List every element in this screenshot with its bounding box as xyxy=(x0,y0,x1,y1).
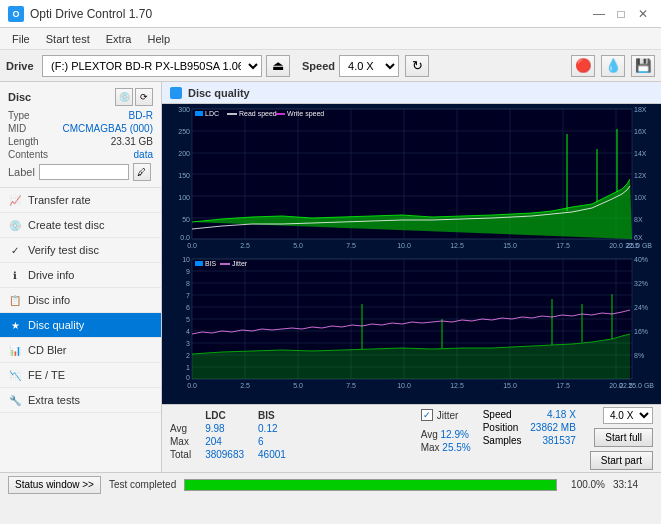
svg-text:200: 200 xyxy=(178,150,190,157)
progress-bar-fill xyxy=(185,480,556,490)
drive-toolbar: Drive (F:) PLEXTOR BD-R PX-LB950SA 1.06 … xyxy=(0,50,661,82)
cd-bler-icon: 📊 xyxy=(8,343,22,357)
menu-start-test[interactable]: Start test xyxy=(38,31,98,47)
col-header-ldc: LDC xyxy=(203,409,256,422)
svg-text:4: 4 xyxy=(186,328,190,335)
nav-label-disc-info: Disc info xyxy=(28,294,70,306)
disc-panel-title: Disc xyxy=(8,91,31,103)
jitter-max-label: Max xyxy=(421,442,443,453)
stats-row-max: Max 204 6 xyxy=(168,435,298,448)
svg-text:17.5: 17.5 xyxy=(556,382,570,389)
svg-text:14X: 14X xyxy=(634,150,647,157)
stats-avg-ldc: 9.98 xyxy=(203,422,256,435)
stats-max-bis: 6 xyxy=(256,435,298,448)
length-label: Length xyxy=(8,136,39,147)
disc-quality-header: Disc quality xyxy=(162,82,661,104)
window-controls: — □ ✕ xyxy=(589,4,653,24)
drive-select[interactable]: (F:) PLEXTOR BD-R PX-LB950SA 1.06 xyxy=(42,55,262,77)
minimize-button[interactable]: — xyxy=(589,4,609,24)
svg-text:2.5: 2.5 xyxy=(240,242,250,249)
svg-text:17.5: 17.5 xyxy=(556,242,570,249)
disc-label-input[interactable] xyxy=(39,164,129,180)
type-value: BD-R xyxy=(129,110,153,121)
burn-button[interactable]: 🔴 xyxy=(571,55,595,77)
svg-text:12X: 12X xyxy=(634,172,647,179)
menu-extra[interactable]: Extra xyxy=(98,31,140,47)
save-button[interactable]: 💾 xyxy=(631,55,655,77)
menu-bar: File Start test Extra Help xyxy=(0,28,661,50)
mid-label: MID xyxy=(8,123,26,134)
disc-button-2[interactable]: ⟳ xyxy=(135,88,153,106)
disc-quality-icon: ★ xyxy=(8,318,22,332)
progress-percentage: 100.0% xyxy=(565,479,605,490)
svg-rect-103 xyxy=(195,261,203,266)
position-label: Position xyxy=(483,422,519,433)
svg-text:40%: 40% xyxy=(634,256,648,263)
sidebar-item-drive-info[interactable]: ℹ Drive info xyxy=(0,263,161,288)
sidebar-item-transfer-rate[interactable]: 📈 Transfer rate xyxy=(0,188,161,213)
erase-button[interactable]: 💧 xyxy=(601,55,625,77)
speed-position-info: Speed 4.18 X Position 23862 MB Samples 3… xyxy=(477,405,582,472)
status-window-button[interactable]: Status window >> xyxy=(8,476,101,494)
type-label: Type xyxy=(8,110,30,121)
sidebar-item-fe-te[interactable]: 📉 FE / TE xyxy=(0,363,161,388)
title-bar: O Opti Drive Control 1.70 — □ ✕ xyxy=(0,0,661,28)
speed-select-stats[interactable]: 4.0 X xyxy=(603,407,653,424)
start-part-button[interactable]: Start part xyxy=(590,451,653,470)
sidebar-item-disc-info[interactable]: 📋 Disc info xyxy=(0,288,161,313)
svg-text:8: 8 xyxy=(186,280,190,287)
stats-total-label: Total xyxy=(168,448,203,461)
eject-button[interactable]: ⏏ xyxy=(266,55,290,77)
nav-label-drive-info: Drive info xyxy=(28,269,74,281)
sidebar-item-create-test-disc[interactable]: 💿 Create test disc xyxy=(0,213,161,238)
length-value: 23.31 GB xyxy=(111,136,153,147)
disc-label-button[interactable]: 🖊 xyxy=(133,163,151,181)
col-header-empty xyxy=(168,409,203,422)
svg-text:300: 300 xyxy=(178,106,190,113)
svg-text:1: 1 xyxy=(186,364,190,371)
menu-file[interactable]: File xyxy=(4,31,38,47)
jitter-checkbox[interactable]: ✓ xyxy=(421,409,433,421)
stats-table: LDC BIS Avg 9.98 0.12 Max 204 xyxy=(162,405,415,472)
disc-button-1[interactable]: 💿 xyxy=(115,88,133,106)
disc-label-label: Label xyxy=(8,166,35,178)
stats-avg-label: Avg xyxy=(168,422,203,435)
close-button[interactable]: ✕ xyxy=(633,4,653,24)
svg-text:2.5: 2.5 xyxy=(240,382,250,389)
stats-total-bis: 46001 xyxy=(256,448,298,461)
sidebar: Disc 💿 ⟳ Type BD-R MID CMCMAGBA5 (000) L… xyxy=(0,82,162,472)
stats-total-ldc: 3809683 xyxy=(203,448,256,461)
fe-te-icon: 📉 xyxy=(8,368,22,382)
stats-max-label: Max xyxy=(168,435,203,448)
app-title: Opti Drive Control 1.70 xyxy=(30,7,152,21)
svg-text:32%: 32% xyxy=(634,280,648,287)
svg-text:25.0 GB: 25.0 GB xyxy=(628,382,654,389)
menu-help[interactable]: Help xyxy=(139,31,178,47)
stats-row: LDC BIS Avg 9.98 0.12 Max 204 xyxy=(162,404,661,472)
nav-label-fe-te: FE / TE xyxy=(28,369,65,381)
svg-text:5.0: 5.0 xyxy=(293,242,303,249)
refresh-button[interactable]: ↻ xyxy=(405,55,429,77)
svg-text:10X: 10X xyxy=(634,194,647,201)
svg-text:50: 50 xyxy=(182,216,190,223)
svg-text:7: 7 xyxy=(186,292,190,299)
svg-text:15.0: 15.0 xyxy=(503,242,517,249)
nav-label-extra-tests: Extra tests xyxy=(28,394,80,406)
svg-text:0: 0 xyxy=(186,374,190,381)
sidebar-item-disc-quality[interactable]: ★ Disc quality xyxy=(0,313,161,338)
svg-text:16X: 16X xyxy=(634,128,647,135)
elapsed-time: 33:14 xyxy=(613,479,653,490)
maximize-button[interactable]: □ xyxy=(611,4,631,24)
stats-max-ldc: 204 xyxy=(203,435,256,448)
speed-select[interactable]: 4.0 X xyxy=(339,55,399,77)
sidebar-item-extra-tests[interactable]: 🔧 Extra tests xyxy=(0,388,161,413)
disc-panel: Disc 💿 ⟳ Type BD-R MID CMCMAGBA5 (000) L… xyxy=(0,82,161,188)
svg-text:5: 5 xyxy=(186,316,190,323)
svg-text:10.0: 10.0 xyxy=(397,242,411,249)
samples-value: 381537 xyxy=(542,435,575,446)
svg-text:25.0 GB: 25.0 GB xyxy=(626,242,652,249)
jitter-avg-label: Avg xyxy=(421,429,441,440)
start-full-button[interactable]: Start full xyxy=(594,428,653,447)
sidebar-item-verify-test-disc[interactable]: ✓ Verify test disc xyxy=(0,238,161,263)
sidebar-item-cd-bler[interactable]: 📊 CD Bler xyxy=(0,338,161,363)
